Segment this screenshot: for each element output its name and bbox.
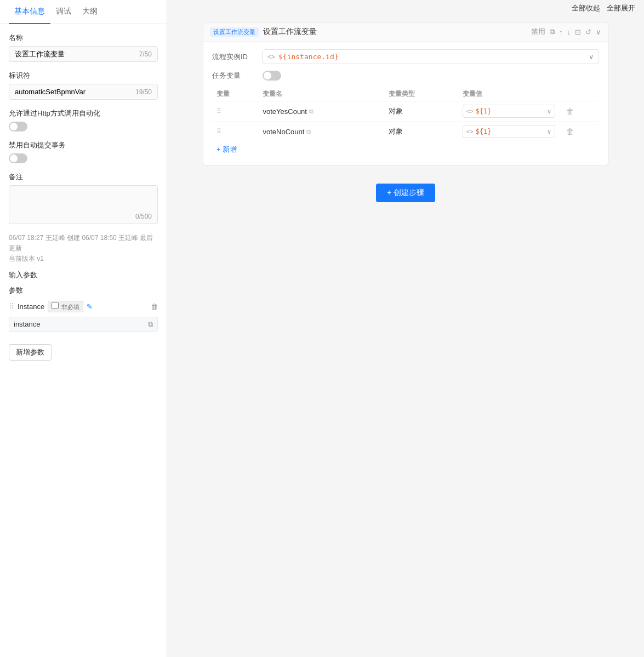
auto-submit-section: 禁用自动提交事务 (9, 140, 158, 163)
create-step-wrap: + 创建步骤 (376, 184, 435, 202)
id-label: 标识符 (9, 71, 158, 81)
param-required-label: 非必填 (61, 304, 79, 310)
meta-info: 06/07 18:27 王延峰 创建 06/07 18:50 王延峰 最后更新当… (9, 233, 158, 265)
var-delete-icon[interactable]: 🗑 (564, 107, 574, 116)
param-required-tag: 非必填 (48, 301, 83, 312)
task-var-toggle[interactable] (263, 71, 281, 81)
name-input[interactable] (15, 50, 139, 58)
var-type-cell: 对象 (384, 101, 458, 122)
restore-icon[interactable]: ↺ (585, 28, 591, 36)
instance-id-dropdown-icon[interactable]: ∨ (589, 53, 594, 61)
step-title: 设置工作流变量 (263, 27, 531, 37)
task-var-toggle-row (263, 71, 281, 81)
col-var-actions (560, 87, 599, 101)
note-label: 备注 (9, 172, 158, 182)
add-var-button[interactable]: + 新增 (212, 141, 241, 158)
task-var-label: 任务变量 (212, 71, 256, 81)
http-toggle-wrap (9, 122, 158, 132)
var-delete-cell: 🗑 (560, 101, 599, 122)
id-char-count: 19/50 (135, 88, 152, 96)
params-section-label: 参数 (9, 285, 158, 295)
step-actions: 禁用 ⧉ ↑ ↓ ⊡ ↺ ∨ (531, 27, 601, 37)
note-char-count: 0/500 (135, 213, 152, 220)
auto-submit-toggle-wrap (9, 153, 158, 163)
http-section: 允许通过Http方式调用自动化 (9, 108, 158, 132)
name-char-count: 7/50 (139, 50, 152, 58)
param-delete-icon[interactable]: 🗑 (151, 302, 158, 311)
var-row: ⠿ voteNoCount ⧉ 对象 <> ${1} ∨ 🗑 (212, 122, 599, 142)
required-checkbox[interactable] (52, 302, 59, 309)
id-input[interactable] (15, 88, 135, 96)
step-card-body: 流程实例ID <> ${instance.id} ∨ 任务变量 (203, 42, 608, 165)
create-step-button[interactable]: + 创建步骤 (376, 184, 435, 202)
http-toggle[interactable] (9, 122, 27, 132)
step-card-header: 设置工作流变量 设置工作流变量 禁用 ⧉ ↑ ↓ ⊡ ↺ ∨ (203, 22, 608, 42)
var-name-text: voteYesCount (263, 107, 306, 116)
drag-handle-icon[interactable]: ⠿ (9, 302, 14, 311)
param-item: instance ⧉ (9, 317, 158, 332)
var-copy-icon[interactable]: ⧉ (306, 128, 311, 135)
instance-id-input[interactable]: <> ${instance.id} ∨ (263, 49, 599, 64)
tab-debug[interactable]: 调试 (50, 0, 77, 24)
flow-canvas: 设置工作流变量 设置工作流变量 禁用 ⧉ ↑ ↓ ⊡ ↺ ∨ 流程实例ID (167, 16, 644, 657)
step-card: 设置工作流变量 设置工作流变量 禁用 ⧉ ↑ ↓ ⊡ ↺ ∨ 流程实例ID (203, 22, 608, 166)
var-value-cell-wrap: <> ${1} ∨ (458, 122, 560, 142)
param-copy-icon[interactable]: ⧉ (148, 320, 153, 329)
collapse-all-button[interactable]: 全部收起 (572, 3, 600, 13)
copy-step-icon[interactable]: ⧉ (550, 27, 555, 36)
instance-id-label: 流程实例ID (212, 52, 256, 62)
add-param-button[interactable]: 新增参数 (9, 344, 52, 361)
tab-outline[interactable]: 大纲 (77, 0, 103, 24)
name-input-wrap: 7/50 (9, 46, 158, 62)
var-value-dropdown-icon[interactable]: ∨ (547, 108, 551, 115)
param-edit-icon[interactable]: ✎ (87, 302, 93, 311)
param-item-text: instance (14, 320, 148, 328)
disable-button[interactable]: 禁用 (531, 27, 545, 37)
var-value-code-icon: <> (466, 128, 474, 135)
var-value-code-icon: <> (466, 108, 474, 115)
var-delete-icon[interactable]: 🗑 (564, 127, 574, 136)
instance-id-row: 流程实例ID <> ${instance.id} ∨ (212, 49, 599, 64)
var-row: ⠿ voteYesCount ⧉ 对象 <> ${1} ∨ 🗑 (212, 101, 599, 122)
auto-submit-label: 禁用自动提交事务 (9, 140, 158, 150)
params-section: 参数 ⠿ Instance 非必填 ✎ 🗑 instance ⧉ (9, 285, 158, 332)
var-value-cell[interactable]: <> ${1} ∨ (463, 125, 555, 138)
tab-basic-info[interactable]: 基本信息 (9, 0, 50, 24)
move-up-icon[interactable]: ↑ (559, 28, 563, 36)
param-header: ⠿ Instance 非必填 ✎ 🗑 (9, 301, 158, 312)
instance-id-value: ${instance.id} (278, 53, 585, 61)
variables-table: 变量 变量名 变量类型 变量值 ⠿ voteYesCount ⧉ (212, 87, 599, 141)
note-textarea[interactable] (15, 190, 152, 218)
id-input-wrap: 19/50 (9, 84, 158, 100)
id-section: 标识符 19/50 (9, 71, 158, 100)
note-section: 备注 0/500 (9, 172, 158, 224)
right-toolbar: 全部收起 全部展开 (167, 0, 644, 16)
var-name-cell: voteYesCount ⧉ (258, 101, 384, 122)
var-copy-icon[interactable]: ⧉ (309, 108, 314, 115)
col-var-value: 变量值 (458, 87, 560, 101)
move-down-icon[interactable]: ↓ (567, 28, 571, 36)
duplicate-icon[interactable]: ⊡ (575, 28, 581, 36)
col-var-type: 变量类型 (384, 87, 458, 101)
var-delete-cell: 🗑 (560, 122, 599, 142)
var-value-cell-wrap: <> ${1} ∨ (458, 101, 560, 122)
task-var-row: 任务变量 (212, 71, 599, 81)
name-label: 名称 (9, 33, 158, 43)
var-value-code: ${1} (476, 107, 545, 115)
auto-submit-toggle[interactable] (9, 153, 27, 163)
var-type-cell: 对象 (384, 122, 458, 142)
input-params-label: 输入参数 (9, 270, 158, 280)
var-name-text: voteNoCount (263, 128, 304, 136)
note-textarea-wrap: 0/500 (9, 185, 158, 224)
var-value-cell[interactable]: <> ${1} ∨ (463, 105, 555, 118)
name-section: 名称 7/50 (9, 33, 158, 62)
expand-icon[interactable]: ∨ (596, 28, 601, 36)
param-name: Instance (18, 302, 44, 311)
var-value-dropdown-icon[interactable]: ∨ (547, 128, 551, 135)
right-panel: 全部收起 全部展开 设置工作流变量 设置工作流变量 禁用 ⧉ ↑ ↓ ⊡ ↺ ∨ (167, 0, 644, 657)
var-name-cell: voteNoCount ⧉ (258, 122, 384, 142)
var-col-empty: ⠿ (212, 101, 258, 122)
expand-all-button[interactable]: 全部展开 (607, 3, 635, 13)
step-tag: 设置工作流变量 (210, 27, 259, 37)
col-var-name: 变量名 (258, 87, 384, 101)
